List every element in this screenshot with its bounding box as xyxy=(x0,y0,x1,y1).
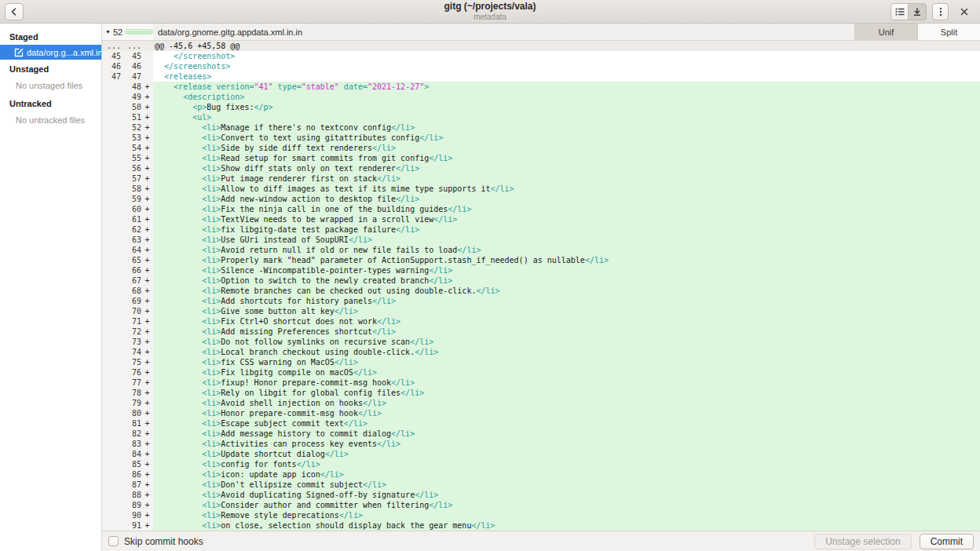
code-text: <li>Option to switch to the newly create… xyxy=(153,276,980,286)
old-line-number: 45 xyxy=(102,51,121,61)
old-line-number xyxy=(102,286,121,296)
diff-line[interactable]: 51+ <ul> xyxy=(102,112,980,122)
new-line-number: 74 xyxy=(121,347,141,357)
view-switcher xyxy=(890,3,927,20)
diff-line[interactable]: 50+ <p>Bug fixes:</p> xyxy=(102,102,980,112)
old-line-number xyxy=(102,265,121,276)
unified-view-button[interactable]: Unif xyxy=(854,24,917,40)
diff-line[interactable]: 4545 </screenshot> xyxy=(102,51,980,61)
staged-section-header: Staged xyxy=(0,27,101,45)
diff-sign: + xyxy=(141,214,153,224)
download-arrow-icon xyxy=(911,5,923,18)
diff-line[interactable]: 63+ <li>Use GUri instead of SoupURI</li> xyxy=(102,235,980,245)
old-line-number xyxy=(102,204,121,214)
diff-line[interactable]: 85+ <li>config for fonts</li> xyxy=(102,459,980,469)
code-text: <li>Rely on libgit for global config fil… xyxy=(153,388,980,398)
diff-line[interactable]: 66+ <li>Silence -Wincompatible-pointer-t… xyxy=(102,265,980,276)
code-text: <li>Activities can process key events</l… xyxy=(153,439,980,449)
diff-sign: + xyxy=(141,184,153,194)
diff-line[interactable]: 48+ <release version="41" type="stable" … xyxy=(102,82,980,92)
diff-line[interactable]: 79+ <li>Avoid shell injection on hooks</… xyxy=(102,398,980,408)
diff-hunk-header-row[interactable]: ......@@ -45,6 +45,58 @@ xyxy=(102,41,980,51)
split-view-button[interactable]: Split xyxy=(917,24,980,40)
diff-line[interactable]: 71+ <li>Fix Ctrl+O shortcut does not wor… xyxy=(102,316,980,327)
diff-line[interactable]: 73+ <li>Do not follow symlinks on recurs… xyxy=(102,337,980,347)
diff-line[interactable]: 80+ <li>Honor prepare-commit-msg hook</l… xyxy=(102,408,980,418)
code-text: <li>icon: update app icon</li> xyxy=(153,469,980,480)
old-line-number xyxy=(102,235,121,245)
diff-line[interactable]: 59+ <li>Add new-window action to desktop… xyxy=(102,194,980,204)
diff-line[interactable]: 78+ <li>Rely on libgit for global config… xyxy=(102,388,980,398)
diff-line[interactable]: 89+ <li>Consider author and committer wh… xyxy=(102,500,980,510)
diff-sign: + xyxy=(141,153,153,163)
diff-line[interactable]: 55+ <li>Read setup for smart commits fro… xyxy=(102,153,980,163)
diff-sign: + xyxy=(141,286,153,296)
old-line-number xyxy=(102,82,121,92)
diff-line[interactable]: 61+ <li>TextView needs to be wrapped in … xyxy=(102,214,980,224)
code-text: @@ -45,6 +45,58 @@ xyxy=(153,41,980,51)
expander-triangle-icon[interactable]: ▼ xyxy=(105,29,111,35)
diff-line[interactable]: 52+ <li>Manage if there's no textconv co… xyxy=(102,122,980,133)
code-text: <li>fixup! Honor prepare-commit-msg hook… xyxy=(153,378,980,388)
window-close-button[interactable] xyxy=(956,4,972,20)
diff-line[interactable]: 49+ <description> xyxy=(102,92,980,102)
diff-line[interactable]: 67+ <li>Option to switch to the newly cr… xyxy=(102,276,980,286)
code-text: <li>Remote branches can be checked out u… xyxy=(153,286,980,296)
diff-line[interactable]: 75+ <li>fix CSS warning on MacOS</li> xyxy=(102,357,980,367)
diff-line[interactable]: 65+ <li>Properly mark "head" parameter o… xyxy=(102,255,980,265)
diff-line[interactable]: 81+ <li>Escape subject commit text</li> xyxy=(102,418,980,429)
diff-line[interactable]: 91+ <li>on close, selection should displ… xyxy=(102,520,980,531)
diff-line[interactable]: 53+ <li>Convert to text using gitattribu… xyxy=(102,133,980,143)
diff-line[interactable]: 84+ <li>Update shortcut dialog</li> xyxy=(102,449,980,459)
window-subtitle: metadata xyxy=(444,13,536,21)
old-line-number xyxy=(102,133,121,143)
staged-file-item[interactable]: data/org.g...a.xml.in.in xyxy=(0,45,101,60)
diff-line[interactable]: 58+ <li>Allow to diff images as text if … xyxy=(102,184,980,194)
diff-line[interactable]: 60+ <li>Fix the ninja call in one of the… xyxy=(102,204,980,214)
diff-line[interactable]: 54+ <li>Side by side diff text renderers… xyxy=(102,143,980,153)
diff-sign: + xyxy=(141,469,153,480)
code-text: <li>Fix Ctrl+O shortcut does not work</l… xyxy=(153,316,980,327)
code-text: <release version="41" type="stable" date… xyxy=(153,82,980,92)
diff-sign: + xyxy=(141,357,153,367)
edit-file-icon xyxy=(14,48,24,57)
diff-sign: + xyxy=(141,378,153,388)
code-text: <li>on close, selection should display b… xyxy=(153,520,980,531)
diff-line[interactable]: 56+ <li>Show diff stats only on text ren… xyxy=(102,163,980,173)
code-text: <p>Bug fixes:</p> xyxy=(153,102,980,112)
diff-line[interactable]: 70+ <li>Give some button alt key</li> xyxy=(102,306,980,316)
diff-line[interactable]: 83+ <li>Activities can process key event… xyxy=(102,439,980,449)
unstage-selection-button[interactable]: Unstage selection xyxy=(814,534,911,549)
diff-line[interactable]: 57+ <li>Put image renderer first on stac… xyxy=(102,173,980,184)
old-line-number xyxy=(102,439,121,449)
chevron-left-icon xyxy=(8,5,20,18)
diff-line[interactable]: 69+ <li>Add shortcuts for history panels… xyxy=(102,296,980,306)
diff-line[interactable]: 74+ <li>Local branch checkout using doub… xyxy=(102,347,980,357)
back-button[interactable] xyxy=(5,3,24,20)
diff-line[interactable]: 4747 <releases> xyxy=(102,71,980,82)
diff-line[interactable]: 76+ <li>Fix libgitg compile on macOS</li… xyxy=(102,367,980,378)
diff-line[interactable]: 68+ <li>Remote branches can be checked o… xyxy=(102,286,980,296)
new-line-number: ... xyxy=(121,41,141,51)
diff-line[interactable]: 64+ <li>Avoid return null if old or new … xyxy=(102,245,980,255)
new-line-number: 61 xyxy=(121,214,141,224)
diff-line[interactable]: 82+ <li>Add message history to commit di… xyxy=(102,429,980,439)
new-line-number: 60 xyxy=(121,204,141,214)
menu-button[interactable] xyxy=(932,3,949,20)
commit-view-button[interactable] xyxy=(909,3,927,20)
diff-line[interactable]: 4646 </screenshots> xyxy=(102,61,980,71)
diff-sign: + xyxy=(141,82,153,92)
diff-line[interactable]: 90+ <li>Remove style deprecations</li> xyxy=(102,510,980,520)
diff-sign: + xyxy=(141,255,153,265)
diff-line[interactable]: 88+ <li>Avoid duplicating Signed-off-by … xyxy=(102,490,980,500)
diff-line[interactable]: 77+ <li>fixup! Honor prepare-commit-msg … xyxy=(102,378,980,388)
diff-line[interactable]: 87+ <li>Don't ellipsize commit subject</… xyxy=(102,480,980,490)
skip-commit-hooks-checkbox[interactable] xyxy=(108,536,119,546)
diff-line[interactable]: 62+ <li>fix libgitg-date test package fa… xyxy=(102,224,980,235)
diff-line[interactable]: 86+ <li>icon: update app icon</li> xyxy=(102,469,980,480)
history-view-button[interactable] xyxy=(890,3,909,20)
diff-line[interactable]: 72+ <li>Add missing Preferences shortcut… xyxy=(102,327,980,337)
diff-sign: + xyxy=(141,204,153,214)
commit-button[interactable]: Commit xyxy=(920,534,974,549)
gitg-window: gitg (~/projects/vala) metadata xyxy=(0,0,980,551)
